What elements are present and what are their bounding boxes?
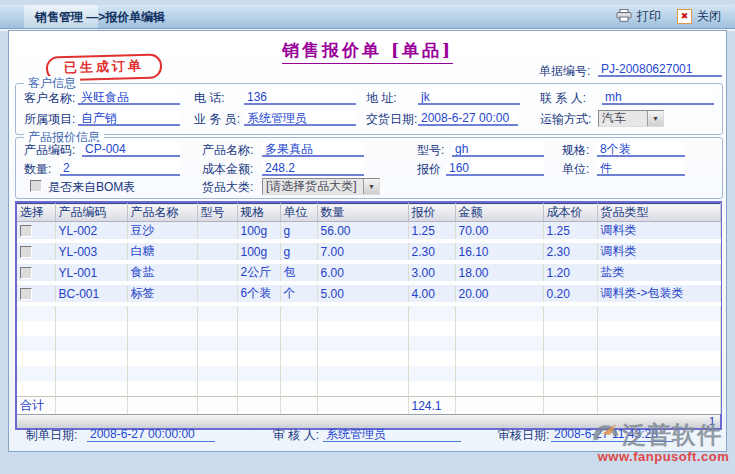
price-field[interactable]: 160 — [446, 161, 544, 176]
unit-field[interactable]: 件 — [597, 161, 685, 176]
empty-cell — [17, 366, 55, 381]
col-header-price[interactable]: 报价 — [408, 204, 455, 222]
quotation-form-panel: 销售报价单 [单品] 已生成订单 单据编号: PJ-20080627001 客户… — [8, 30, 727, 452]
empty-table-row — [17, 321, 720, 336]
col-header-qty[interactable]: 数量 — [317, 204, 408, 222]
spec-field[interactable]: 8个装 — [597, 142, 685, 157]
cell-qty: 6.00 — [317, 262, 408, 283]
col-header-amount[interactable]: 金额 — [455, 204, 543, 222]
transport-select[interactable]: 汽车 ▼ — [598, 110, 664, 127]
col-header-select[interactable]: 选择 — [17, 204, 55, 222]
cell-code: YL-001 — [55, 262, 127, 283]
empty-cell — [197, 351, 237, 366]
model-field[interactable]: gh — [452, 142, 544, 157]
printer-icon — [616, 9, 632, 25]
cell-type: 盐类 — [597, 262, 720, 283]
cell-spec: 100g — [237, 241, 280, 262]
table-row[interactable]: YL-001 食盐 2公斤 包 6.00 3.00 18.00 1.20 盐类 — [17, 262, 720, 283]
empty-cell — [127, 336, 197, 351]
empty-cell — [408, 366, 455, 381]
empty-cell — [55, 321, 127, 336]
product-code-field[interactable]: CP-004 — [82, 142, 180, 157]
empty-cell — [317, 381, 408, 397]
cell-name: 标签 — [127, 283, 197, 304]
auditor-value: 系统管理员 — [323, 427, 461, 442]
empty-cell — [543, 321, 597, 336]
contact-field[interactable]: mh — [602, 90, 714, 105]
empty-cell — [455, 304, 543, 321]
cell-amount: 20.00 — [455, 283, 543, 304]
col-header-code[interactable]: 产品编码 — [55, 204, 127, 222]
close-icon: ✖ — [677, 9, 692, 24]
empty-cell — [17, 321, 55, 336]
print-button-label: 打印 — [637, 8, 661, 25]
qty-label: 数量: — [24, 161, 51, 177]
cell-model — [197, 222, 237, 242]
cell-qty: 5.00 — [317, 283, 408, 304]
watermark-url: www.fanpusoft.com — [592, 449, 735, 464]
col-header-name[interactable]: 产品名称 — [127, 204, 197, 222]
contact-label: 联 系 人: — [540, 90, 586, 106]
empty-cell — [543, 366, 597, 381]
salesman-field[interactable]: 系统管理员 — [244, 111, 356, 126]
table-row[interactable]: BC-001 标签 6个装 个 5.00 4.00 20.00 0.20 调料类… — [17, 283, 720, 304]
project-field[interactable]: 自产销 — [78, 111, 180, 126]
empty-cell — [543, 336, 597, 351]
product-name-field[interactable]: 多果真品 — [262, 142, 364, 157]
cell-spec: 6个装 — [237, 283, 280, 304]
empty-cell — [455, 321, 543, 336]
cell-price: 4.00 — [408, 283, 455, 304]
cell-model — [197, 283, 237, 304]
bom-checkbox-label: 是否来自BOM表 — [48, 179, 135, 195]
row-select-checkbox[interactable] — [20, 288, 32, 300]
empty-cell — [197, 336, 237, 351]
col-header-cost[interactable]: 成本价 — [543, 204, 597, 222]
cell-spec: 2公斤 — [237, 262, 280, 283]
cell-price: 2.30 — [408, 241, 455, 262]
print-button[interactable]: 打印 — [616, 8, 661, 25]
cell-unit: 个 — [280, 283, 317, 304]
table-row[interactable]: YL-003 白糖 100g g 7.00 2.30 16.10 2.30 调料… — [17, 241, 720, 262]
bom-checkbox[interactable] — [30, 180, 42, 192]
col-header-model[interactable]: 型号 — [197, 204, 237, 222]
audit-date-label: 审核日期: — [498, 427, 549, 443]
cell-amount: 18.00 — [455, 262, 543, 283]
empty-cell — [17, 381, 55, 397]
empty-cell — [17, 304, 55, 321]
cell-name: 豆沙 — [127, 222, 197, 242]
phone-field[interactable]: 136 — [244, 90, 356, 105]
category-label: 货品大类: — [202, 179, 253, 195]
product-name-label: 产品名称: — [202, 142, 253, 158]
empty-cell — [55, 336, 127, 351]
doc-no-field[interactable]: PJ-20080627001 — [598, 62, 722, 77]
address-field[interactable]: jk — [418, 90, 520, 105]
customer-name-field[interactable]: 兴旺食品 — [78, 90, 180, 105]
row-select-checkbox[interactable] — [20, 246, 32, 258]
col-header-unit[interactable]: 单位 — [280, 204, 317, 222]
category-select[interactable]: [请选择货品大类] ▼ — [262, 178, 380, 195]
row-select-checkbox[interactable] — [20, 267, 32, 279]
empty-cell — [237, 336, 280, 351]
cost-amount-field[interactable]: 248.2 — [262, 161, 364, 176]
empty-table-row — [17, 336, 720, 351]
cell-cost: 1.20 — [543, 262, 597, 283]
empty-table-row — [17, 304, 720, 321]
delivery-date-field[interactable]: 2008-6-27 00:00 — [418, 111, 518, 126]
col-header-spec[interactable]: 规格 — [237, 204, 280, 222]
table-row[interactable]: YL-002 豆沙 100g g 56.00 1.25 70.00 1.25 调… — [17, 222, 720, 242]
qty-field[interactable]: 2 — [60, 161, 180, 176]
empty-cell — [597, 381, 720, 397]
empty-cell — [455, 381, 543, 397]
empty-cell — [280, 381, 317, 397]
delivery-date-label: 交货日期: — [366, 111, 417, 127]
empty-cell — [237, 381, 280, 397]
empty-cell — [127, 366, 197, 381]
total-label: 合计 — [17, 397, 55, 415]
col-header-type[interactable]: 货品类型 — [597, 204, 720, 222]
empty-table-row — [17, 351, 720, 366]
empty-cell — [597, 366, 720, 381]
cell-qty: 56.00 — [317, 222, 408, 242]
close-button[interactable]: ✖ 关闭 — [677, 8, 721, 25]
spec-label: 规格: — [562, 142, 589, 158]
row-select-checkbox[interactable] — [20, 225, 32, 237]
